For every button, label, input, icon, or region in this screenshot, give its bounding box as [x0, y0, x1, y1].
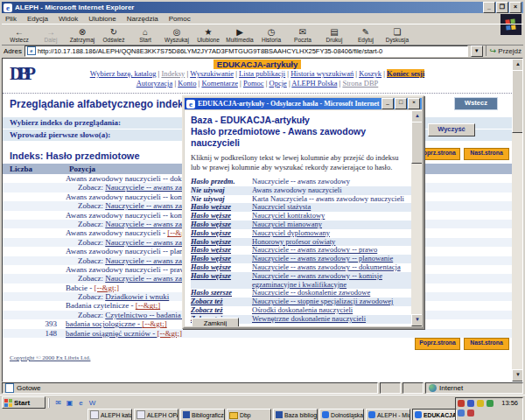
reference-row: Hasło węższe Nauczyciele -- awans zawodo… — [191, 272, 411, 290]
task-button[interactable]: Baza bibliograficzna... — [273, 409, 318, 420]
toolbar-button[interactable]: ✎ Edytuj — [350, 25, 382, 45]
next-page-button[interactable]: Nast.strona — [464, 148, 509, 160]
desktop-icon[interactable]: ▣ — [65, 398, 74, 408]
toolbar-button[interactable]: ⊗ Zatrzymaj — [66, 25, 98, 45]
goto-arrow-link[interactable]: [--&gt;] — [136, 301, 161, 310]
nav-link[interactable]: Indeksy — [161, 69, 185, 78]
index-entry[interactable]: Badania czytelnicze - — [66, 301, 136, 310]
reference-term-link[interactable]: Nauczyciele -- awans zawodowy -- komisje… — [252, 272, 411, 290]
address-dropdown-button[interactable]: ▼ — [471, 46, 483, 57]
nav-link[interactable]: Wybierz bazę, katalog — [90, 69, 157, 78]
nav-link[interactable]: Strona DBP — [342, 79, 378, 88]
page-back-button[interactable]: Wstecz — [454, 97, 498, 110]
clear-button[interactable]: Wyczyść — [428, 123, 475, 136]
outlook-icon[interactable]: ✉ — [53, 398, 63, 408]
toolbar-button[interactable]: ✉ Poczta — [287, 25, 318, 45]
scroll-thumb[interactable] — [512, 70, 523, 133]
word-icon[interactable]: W — [88, 398, 97, 408]
copyright-link[interactable]: Copyright © 2000 Ex Libris Ltd. — [10, 354, 90, 361]
toolbar-button[interactable]: ◎ Wyszukaj — [161, 25, 192, 45]
tray-icon-volume[interactable] — [477, 400, 484, 407]
toolbar-button[interactable]: ◷ Historia — [256, 25, 287, 45]
scroll-up-arrow[interactable]: ▲ — [512, 59, 523, 71]
nav-link[interactable]: Konto — [178, 79, 196, 88]
see-reference-link[interactable]: Dziadkowie i wnuki — [105, 292, 169, 301]
popup-maximize-button[interactable]: □ — [395, 98, 407, 109]
ie-icon[interactable]: e — [76, 398, 86, 408]
next-page-button[interactable]: Nast.strona — [464, 338, 509, 350]
address-input[interactable]: e http://10.17.188.186/ALEPH/QQN8E3KK7S7… — [24, 46, 468, 57]
menu-item[interactable]: Plik — [5, 15, 17, 23]
tray-icon-antivirus[interactable] — [458, 400, 465, 407]
toolbar-button[interactable]: → Dalej — [35, 25, 66, 45]
popup-scroll-thumb[interactable] — [411, 122, 422, 164]
goto-arrow-link[interactable]: [--&gt;] — [157, 329, 182, 338]
index-entry[interactable]: Awans zawodowy nauczycieli - — [66, 228, 167, 237]
restore-button[interactable]: ❐ — [496, 2, 508, 13]
start-button[interactable]: Start — [2, 396, 46, 409]
tray-icon-network[interactable] — [458, 410, 465, 416]
toolbar-button-icon: ◎ — [173, 27, 181, 37]
task-button[interactable]: ALEPH - Microsoft I... — [366, 409, 410, 420]
goto-arrow-link[interactable]: [--&gt;] — [142, 319, 167, 328]
menu-item[interactable]: Pomoc — [169, 15, 191, 23]
go-button[interactable]: ↪ Przejdź — [486, 46, 522, 56]
task-button[interactable]: ALEPH katalogowa... — [88, 409, 132, 420]
toolbar-button[interactable]: ★ Ulubione — [192, 25, 224, 45]
tray-icon-scheduler[interactable] — [486, 400, 494, 407]
menu-item[interactable]: Ulubione — [88, 15, 116, 23]
task-button[interactable]: EDUKACJA-arty... — [412, 409, 457, 420]
see-label: Zobacz: — [78, 201, 103, 210]
popup-minimize-button[interactable]: _ — [382, 98, 394, 109]
toolbar-button[interactable]: ⌂ Start — [130, 25, 161, 45]
scroll-down-arrow[interactable]: ▼ — [512, 369, 523, 382]
nav-link[interactable]: ALEPH Polska — [291, 79, 337, 88]
menu-item[interactable]: Edycja — [27, 15, 48, 23]
reference-type-link[interactable]: Hasło węższe — [191, 272, 252, 290]
see-label: Zobacz: — [78, 274, 103, 283]
nav-link[interactable]: Koszyk — [359, 69, 382, 78]
popup-scrollbar[interactable]: ▲ ▼ — [411, 110, 422, 326]
quick-launch: ✉▣eW — [48, 398, 97, 408]
nav-row-1: Wybierz bazę, katalogIndeksyWyszukiwanie… — [3, 69, 512, 79]
nav-link[interactable]: Koniec sesji — [387, 69, 424, 78]
index-entry[interactable]: badanie osiągnięć uczniów - — [66, 329, 157, 338]
toolbar-button[interactable]: ▤ Drukuj — [318, 25, 350, 45]
popup-scroll-up-arrow[interactable]: ▲ — [411, 110, 422, 122]
dbp-logo[interactable]: DBP — [10, 60, 32, 87]
nav-link[interactable]: Autoryzacja — [136, 79, 173, 88]
task-button[interactable]: Dolnośląska Bibliote... — [319, 409, 364, 420]
popup-scroll-down-arrow[interactable]: ▼ — [411, 314, 422, 326]
popup-close-page-button[interactable]: Zamknij — [192, 318, 239, 326]
goto-arrow-link[interactable]: [--&gt;] — [94, 284, 119, 292]
minimize-button[interactable]: _ — [483, 2, 495, 13]
toolbar-button[interactable]: ↻ Odśwież — [98, 25, 130, 45]
reference-term-link[interactable]: Wewnętrzne doskonalenie nauczycieli — [252, 315, 411, 324]
toolbar-button[interactable]: ❏ Dyskusja — [382, 25, 413, 45]
menu-item[interactable]: Narzędzia — [127, 15, 158, 23]
index-entry[interactable]: Awans zawodowy nauczycieli -- prawo - — [66, 265, 196, 274]
close-button[interactable]: × — [509, 2, 522, 13]
nav-link[interactable]: Pomoc — [243, 79, 264, 88]
nav-link[interactable]: Komentarze — [201, 79, 238, 88]
main-window-titlebar[interactable]: e ALEPH - Microsoft Internet Explorer _ … — [2, 2, 523, 13]
popup-titlebar[interactable]: e EDUKACJA-artykuły - Odsyłacze hasła - … — [185, 98, 422, 109]
nav-link[interactable]: Wyszukiwanie — [190, 69, 234, 78]
prev-page-button[interactable]: Poprz.strona — [415, 338, 460, 350]
index-entry[interactable]: badania socjologiczne - — [66, 319, 142, 328]
task-icon — [276, 411, 283, 418]
tray-icon-agent[interactable] — [467, 410, 474, 416]
toolbar-button[interactable]: ▶ Multimedia — [224, 25, 256, 45]
index-entry[interactable]: Babcie - — [66, 284, 94, 292]
popup-close-button[interactable]: × — [408, 98, 420, 109]
nav-link[interactable]: Opcje — [270, 79, 287, 88]
task-button[interactable]: Bibliograficzne bazy... — [180, 409, 225, 420]
task-button[interactable]: Dbp — [227, 409, 271, 420]
menu-item[interactable]: Widok — [59, 15, 78, 23]
task-button[interactable]: ALEPH OPAC - wer... — [134, 409, 178, 420]
nav-link[interactable]: Historia wyszukiwań — [290, 69, 354, 78]
main-scrollbar[interactable]: ▲ ▼ — [512, 59, 522, 382]
nav-link[interactable]: Lista publikacji — [239, 69, 285, 78]
tray-icon-display[interactable] — [467, 400, 474, 407]
toolbar-button[interactable]: ← Wstecz — [4, 25, 35, 45]
